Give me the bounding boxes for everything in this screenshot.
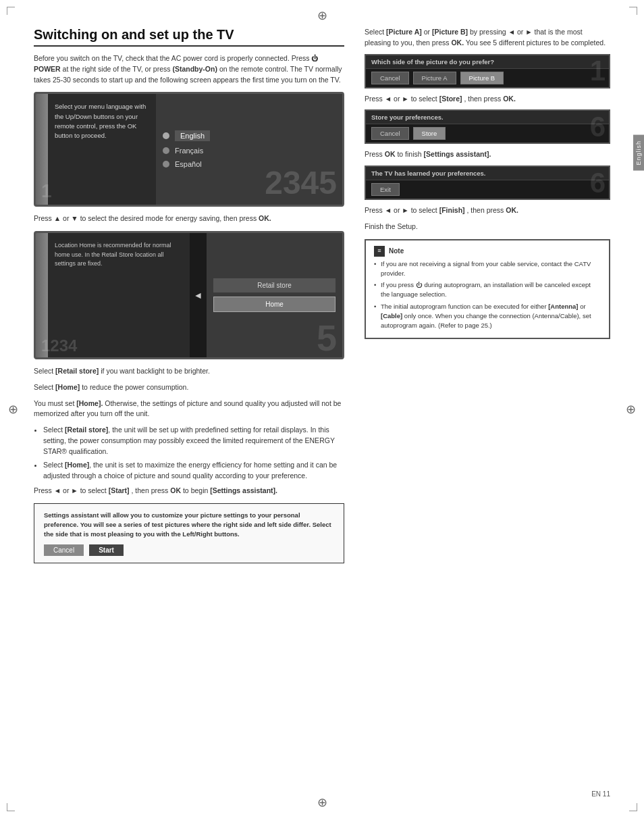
store-pref-buttons: Cancel Store bbox=[366, 124, 609, 143]
store-button[interactable]: Store bbox=[413, 127, 446, 140]
ok-pic: OK. bbox=[451, 39, 464, 47]
right-column: Select [Picture A] or [Picture B] by pre… bbox=[365, 27, 610, 570]
learned-buttons: Exit bbox=[366, 180, 609, 199]
note-item-2: If you press ⏻ during autoprogram, an in… bbox=[374, 280, 601, 300]
home-bold: [Home] bbox=[55, 383, 80, 391]
settings-assistant-bold: [Settings assistant]. bbox=[210, 486, 277, 494]
lang-option-francais[interactable]: Français bbox=[163, 147, 336, 155]
press-finish-paragraph: Press ◄ or ► to select [Finish] , then p… bbox=[365, 205, 610, 216]
must-set-bold: [Home]. bbox=[76, 399, 103, 407]
radio-francais bbox=[163, 147, 169, 154]
note-header: ≡ Note bbox=[374, 246, 601, 257]
must-set-text: You must set [Home]. Otherwise, the sett… bbox=[34, 399, 344, 420]
press-start-rest: , then press bbox=[132, 486, 171, 494]
which-side-header: Which side of the picture do you prefer? bbox=[366, 55, 609, 69]
press-finish-rest: , then press bbox=[467, 206, 506, 214]
ok-bold: OK bbox=[385, 150, 396, 158]
press-store-rest: , then press bbox=[464, 95, 503, 103]
which-side-number: 1 bbox=[590, 55, 606, 87]
radio-espanol bbox=[163, 161, 169, 168]
or-pic: or bbox=[424, 28, 432, 36]
note-item-1: If you are not receiving a signal from y… bbox=[374, 259, 601, 279]
five-pictures: You see 5 different pictures to be compl… bbox=[466, 39, 606, 47]
home-text: Select [Home] to reduce the power consum… bbox=[34, 382, 344, 393]
lang-option-espanol[interactable]: Español bbox=[163, 160, 336, 168]
picture-b-button[interactable]: Picture B bbox=[460, 72, 504, 84]
learned-header: The TV has learned your preferences. bbox=[366, 167, 609, 180]
note-box: ≡ Note If you are not receiving a signal… bbox=[365, 239, 610, 340]
cancel-ws-button[interactable]: Cancel bbox=[371, 72, 409, 84]
lang-label-francais: Français bbox=[175, 147, 203, 155]
press-mode-rest: to select the desired mode for energy sa… bbox=[80, 214, 257, 222]
picture-a-button[interactable]: Picture A bbox=[413, 72, 456, 84]
store-pref-number: 6 bbox=[590, 111, 606, 143]
press-mode-paragraph: Press ▲ or ▼ to select the desired mode … bbox=[34, 213, 344, 224]
page-footer: EN 11 bbox=[591, 790, 610, 798]
note-list: If you are not receiving a signal from y… bbox=[374, 259, 601, 331]
screen-home-retail: Location Home is recommended for normal … bbox=[34, 231, 344, 359]
press-ok-text: Press bbox=[365, 150, 385, 158]
screen-home-arrow: ◄ bbox=[190, 233, 207, 357]
press-ok-rest: to finish bbox=[397, 150, 423, 158]
screen1-num-left: 1 bbox=[41, 180, 52, 202]
ok-finish: OK. bbox=[506, 206, 518, 214]
standby-label: (Standby-On) bbox=[172, 65, 217, 73]
note-label: Note bbox=[389, 246, 404, 256]
ok-store: OK. bbox=[503, 95, 516, 103]
press-text: Press bbox=[34, 214, 52, 222]
page-title: Switching on and set up the TV bbox=[34, 27, 344, 47]
retail-store-text: Select [Retail store] if you want backli… bbox=[34, 366, 344, 377]
screen-lang-options: English Français Español bbox=[156, 94, 342, 205]
finish-setup-text: Finish the Setup. bbox=[365, 222, 610, 232]
press-store-text: Press ◄ or ► to select bbox=[365, 95, 439, 103]
settings-start-button[interactable]: Start bbox=[89, 544, 124, 556]
screen2-num-left: 1234 bbox=[41, 338, 77, 354]
bullet-item-home: Select [Home], the unit is set to maximi… bbox=[43, 460, 344, 482]
screen2-num-right: 5 bbox=[317, 319, 337, 356]
store-preferences-box: Store your preferences. Cancel Store 6 bbox=[365, 109, 610, 144]
retail-rest: if you want backlight to be brighter. bbox=[101, 367, 210, 375]
or-text: or bbox=[63, 214, 71, 222]
press-finish-text: Press ◄ or ► to select bbox=[365, 206, 439, 214]
note-icon: ≡ bbox=[374, 246, 385, 257]
select-pic-text: Select bbox=[365, 28, 386, 36]
press-start-paragraph: Press ◄ or ► to select [Start] , then pr… bbox=[34, 486, 344, 496]
press-ok-paragraph: Press OK to finish [Settings assistant]. bbox=[365, 149, 610, 160]
lang-option-english[interactable]: English bbox=[163, 130, 336, 141]
settings-cancel-button[interactable]: Cancel bbox=[44, 544, 84, 556]
store-bold: [Store] bbox=[439, 95, 462, 103]
screen-lang-instruction: Select your menu language with the Up/Do… bbox=[48, 94, 156, 205]
ok-label: OK. bbox=[259, 214, 271, 222]
picture-b-bold: [Picture B] bbox=[432, 28, 468, 36]
note-item-3: The initial autoprogram function can be … bbox=[374, 302, 601, 331]
ok-start: OK bbox=[170, 486, 181, 494]
lang-label-english: English bbox=[175, 130, 210, 141]
intro-text-2: at the right side of the TV, or press bbox=[63, 65, 173, 73]
settings-assistant-ok: [Settings assistant]. bbox=[424, 150, 491, 158]
retail-store-option[interactable]: Retail store bbox=[213, 278, 336, 292]
settings-assistant-box: Settings assistant will allow you to cus… bbox=[34, 503, 344, 564]
which-side-box: Which side of the picture do you prefer?… bbox=[365, 54, 610, 88]
settings-box-buttons: Cancel Start bbox=[44, 544, 334, 556]
finish-bold: [Finish] bbox=[439, 206, 465, 214]
learned-number: 6 bbox=[590, 167, 606, 199]
press-store-paragraph: Press ◄ or ► to select [Store] , then pr… bbox=[365, 94, 610, 105]
select-text-1: Select bbox=[34, 367, 55, 375]
select-text-2: Select bbox=[34, 383, 55, 391]
select-picture-paragraph: Select [Picture A] or [Picture B] by pre… bbox=[365, 27, 610, 49]
bullet-list: Select [Retail store], the unit will be … bbox=[34, 425, 344, 482]
exit-button[interactable]: Exit bbox=[371, 183, 400, 196]
cancel-sp-button[interactable]: Cancel bbox=[371, 127, 409, 140]
press-start-text: Press ◄ or ► to select bbox=[34, 486, 109, 494]
home-rest: to reduce the power consumption. bbox=[82, 383, 188, 391]
to-begin: to begin bbox=[183, 486, 210, 494]
retail-store-bold: [Retail store] bbox=[55, 367, 99, 375]
start-bold: [Start] bbox=[109, 486, 130, 494]
must-set-1: You must set bbox=[34, 399, 76, 407]
up-arrow: ▲ bbox=[54, 214, 63, 222]
home-option[interactable]: Home bbox=[213, 297, 336, 312]
down-arrow: ▼ bbox=[71, 214, 80, 222]
screen-language-selection: Select your menu language with the Up/Do… bbox=[34, 92, 344, 207]
store-pref-header: Store your preferences. bbox=[366, 111, 609, 124]
intro-text-1: Before you switch on the TV, check that … bbox=[34, 54, 310, 62]
